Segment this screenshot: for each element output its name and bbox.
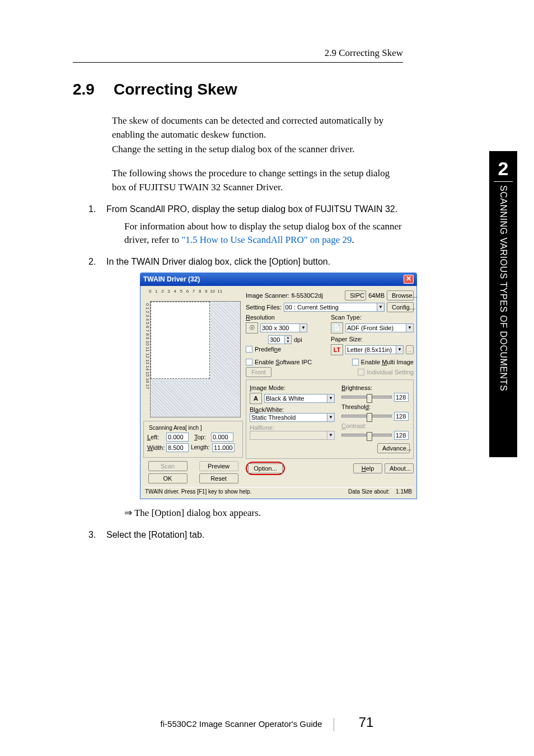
footer-guide-name: fi-5530C2 Image Scanner Operator's Guide: [161, 719, 322, 729]
footer-page-number: 71: [359, 715, 374, 730]
page-footer: fi-5530C2 Image Scanner Operator's Guide…: [0, 715, 534, 731]
chevron-down-icon[interactable]: ▼: [327, 413, 335, 422]
step-1: 1. From ScandAll PRO, display the setup …: [88, 204, 403, 214]
dialog-titlebar[interactable]: TWAIN Driver (32) ✕: [140, 273, 417, 286]
preview-button[interactable]: Preview: [199, 461, 238, 471]
step-1-detail: For information about how to display the…: [124, 220, 403, 247]
advance-button[interactable]: Advance...: [377, 443, 410, 453]
individual-checkbox: [358, 369, 364, 375]
ruler-horizontal: 0 1 2 3 4 5 6 7 8 9 10 11: [143, 289, 243, 301]
enable-multi-label: Enable Multi Image: [361, 359, 414, 365]
close-icon[interactable]: ✕: [404, 275, 414, 284]
config-button[interactable]: Config...: [387, 302, 414, 312]
chevron-down-icon[interactable]: ▼: [377, 303, 385, 312]
scan-type-select[interactable]: ADF (Front Side): [345, 323, 406, 332]
predefine-checkbox[interactable]: [246, 346, 252, 353]
setting-files-label: Setting Files:: [246, 304, 282, 311]
scan-button: Scan: [148, 461, 188, 471]
step-2-number: 2.: [88, 257, 106, 267]
step-1-number: 1.: [88, 204, 106, 214]
width-label: Width:: [147, 444, 164, 451]
scan-type-label: Scan Type:: [331, 314, 414, 321]
paper-size-label: Paper Size:: [331, 336, 414, 342]
top-input[interactable]: 0.000: [211, 433, 233, 442]
dpi-spinner[interactable]: 300 ▲▼: [268, 335, 292, 344]
top-label: Top:: [194, 434, 209, 440]
step-1-text: From ScandAll PRO, display the setup dia…: [106, 204, 397, 214]
threshold-label: Threshold:: [341, 403, 410, 410]
step-3-text: Select the [Rotation] tab.: [106, 530, 204, 540]
sipc-button[interactable]: SIPC: [345, 290, 366, 300]
predefine-label: Predefine: [255, 346, 281, 353]
step-3: 3. Select the [Rotation] tab.: [88, 530, 403, 540]
browse-button[interactable]: Browse...: [387, 290, 414, 300]
paper-size-icon: LT: [331, 344, 343, 355]
threshold-value[interactable]: 128: [394, 412, 409, 421]
chevron-down-icon[interactable]: ▼: [327, 394, 335, 403]
scanning-area-title: Scanning Area[ inch ]: [147, 425, 204, 431]
preview-area[interactable]: [150, 301, 241, 417]
intro-paragraph-1: The skew of documents can be detected an…: [112, 114, 403, 142]
brightness-label: Brightness:: [341, 384, 410, 391]
intro-paragraph-3: The following shows the procedure to cha…: [112, 167, 403, 194]
paper-size-extra-button: ..: [406, 345, 414, 354]
image-mode-icon: A: [250, 393, 262, 404]
left-input[interactable]: 0.000: [166, 433, 189, 442]
length-label: Length:: [191, 444, 210, 450]
reset-button[interactable]: Reset: [199, 473, 238, 483]
help-button[interactable]: Help: [353, 463, 382, 473]
status-datasize: Data Size about: 1.1MB: [348, 489, 412, 495]
step-3-number: 3.: [88, 530, 106, 540]
about-button[interactable]: About...: [385, 463, 414, 473]
halftone-label: Halftone:: [250, 424, 335, 431]
halftone-select: [250, 431, 327, 440]
image-mode-select[interactable]: Black & White: [264, 394, 327, 403]
header-breadcrumb: 2.9 Correcting Skew: [73, 48, 403, 63]
step-2-text: In the TWAIN Driver dialog box, click th…: [106, 257, 330, 267]
twain-dialog: TWAIN Driver (32) ✕ 0 1 2 3 4 5 6 7 8 9 …: [140, 273, 417, 499]
intro-paragraph-2: Change the setting in the setup dialog b…: [112, 143, 403, 157]
enable-ipc-checkbox[interactable]: [246, 359, 252, 365]
front-button: Front: [246, 367, 271, 377]
resolution-select[interactable]: 300 x 300: [260, 323, 299, 332]
ok-button[interactable]: OK: [148, 473, 188, 483]
setting-files-select[interactable]: 00 : Current Setting: [284, 303, 377, 312]
contrast-label: Contrast:: [341, 422, 410, 429]
threshold-slider[interactable]: [341, 415, 392, 417]
enable-ipc-label: Enable Software IPC: [255, 359, 312, 365]
spinner-down-icon[interactable]: ▼: [284, 340, 291, 344]
bw-select[interactable]: Static Threshold: [250, 413, 327, 422]
length-input[interactable]: 11.000: [212, 443, 235, 452]
chapter-number: 2: [489, 159, 517, 178]
chevron-down-icon[interactable]: ▼: [406, 323, 414, 332]
bw-label: Black/White:: [250, 406, 335, 413]
paper-size-select[interactable]: Letter (8.5x11in): [345, 345, 396, 354]
contrast-slider: [341, 434, 392, 436]
chevron-down-icon: ▼: [327, 431, 335, 440]
dpi-label: dpi: [294, 336, 302, 343]
section-title: Correcting Skew: [114, 81, 237, 98]
resolution-label: Resolution: [246, 314, 329, 321]
chevron-down-icon[interactable]: ▼: [299, 323, 307, 332]
brightness-value[interactable]: 128: [394, 393, 409, 402]
contrast-value: 128: [394, 431, 409, 440]
chapter-tab: 2 SCANNING VARIOUS TYPES OF DOCUMENTS: [489, 151, 517, 457]
individual-label: Individual Setting: [367, 369, 414, 375]
option-button-highlight: Option...: [246, 462, 285, 475]
resolution-icon: ⦾: [246, 322, 258, 334]
section-heading: 2.9Correcting Skew: [73, 81, 403, 98]
enable-multi-checkbox[interactable]: [352, 359, 359, 365]
dialog-title: TWAIN Driver (32): [143, 275, 200, 283]
option-button[interactable]: Option...: [248, 463, 283, 473]
section-number: 2.9: [73, 81, 95, 98]
status-text: TWAIN driver. Press [F1] key to show hel…: [145, 489, 251, 495]
brightness-slider[interactable]: [341, 396, 392, 398]
step-2-result: ⇒ The [Option] dialog box appears.: [124, 507, 403, 519]
spinner-up-icon[interactable]: ▲: [284, 336, 291, 340]
scandall-link[interactable]: "1.5 How to Use ScandAll PRO" on page 29: [181, 234, 352, 245]
step-2: 2. In the TWAIN Driver dialog box, click…: [88, 257, 403, 267]
width-input[interactable]: 8.500: [166, 443, 189, 452]
chevron-down-icon[interactable]: ▼: [396, 345, 404, 354]
image-mode-label: Image Mode:: [250, 384, 335, 391]
scanner-label: Image Scanner:: [246, 292, 289, 299]
